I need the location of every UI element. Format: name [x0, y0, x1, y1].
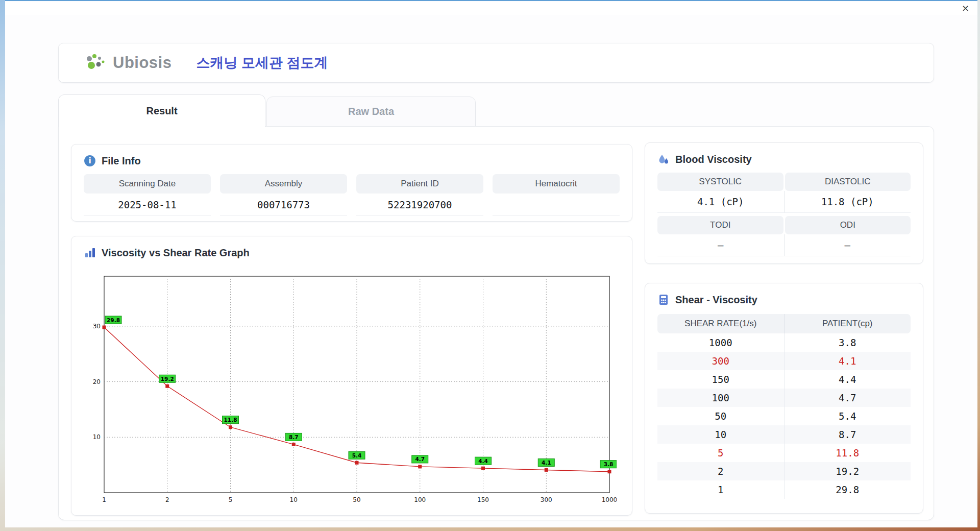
viscosity-graph-card: Viscosity vs Shear Rate Graph 1020301251…	[71, 236, 632, 516]
svg-text:5.4: 5.4	[352, 452, 362, 458]
field-value: 000716773	[220, 194, 347, 216]
bv-value-row: 4.1 (cP) 11.8 (cP)	[657, 191, 911, 213]
result-panel: i File Info Scanning Date 2025-08-11 Ass…	[58, 126, 934, 520]
file-info-fields: Scanning Date 2025-08-11 Assembly 000716…	[71, 173, 632, 216]
shear-table-header: SHEAR RATE(1/s) PATIENT(cp)	[657, 314, 911, 333]
info-icon: i	[84, 155, 96, 167]
field-label: Assembly	[220, 174, 347, 194]
window-titlebar: ×	[5, 2, 977, 15]
shear-rate-cell: 1	[657, 480, 784, 499]
bv-label-row: SYSTOLIC DIASTOLIC	[657, 173, 911, 191]
bv-value-row: – –	[657, 234, 911, 256]
field-label: Patient ID	[356, 174, 483, 194]
patient-cell: 3.8	[784, 333, 911, 352]
svg-text:1: 1	[102, 496, 106, 503]
viscosity-chart: 1020301251050100150300100029.819.211.88.…	[71, 265, 632, 508]
svg-text:4.4: 4.4	[478, 458, 488, 464]
droplets-icon	[657, 153, 670, 165]
svg-text:1000: 1000	[602, 496, 617, 503]
patient-cell: 19.2	[784, 462, 911, 480]
shear-viscosity-table: SHEAR RATE(1/s) PATIENT(cp) 10003.83004.…	[645, 312, 923, 499]
shear-viscosity-title: Shear - Viscosity	[675, 294, 757, 306]
svg-text:20: 20	[93, 378, 101, 385]
todi-value: –	[657, 234, 784, 256]
shear-rate-cell: 10	[657, 425, 784, 444]
close-icon[interactable]: ×	[962, 3, 969, 13]
blood-viscosity-header: Blood Viscosity	[645, 143, 923, 172]
svg-text:10: 10	[290, 496, 298, 503]
shear-rate-column-header: SHEAR RATE(1/s)	[657, 314, 784, 333]
field-scanning-date: Scanning Date 2025-08-11	[84, 174, 211, 216]
patient-column-header: PATIENT(cp)	[784, 314, 911, 333]
logo-dots-icon	[85, 53, 109, 73]
odi-value: –	[784, 234, 911, 256]
svg-text:10: 10	[93, 433, 101, 441]
shear-rate-cell: 150	[657, 370, 784, 389]
field-hematocrit: Hematocrit	[493, 174, 620, 216]
tab-result[interactable]: Result	[58, 94, 265, 127]
field-value: 52231920700	[356, 194, 483, 216]
field-assembly: Assembly 000716773	[220, 174, 347, 216]
bv-label-row: TODI ODI	[657, 216, 911, 234]
shear-viscosity-card: Shear - Viscosity SHEAR RATE(1/s) PATIEN…	[645, 283, 923, 514]
logo-text: Ubiosis	[113, 54, 172, 72]
tab-result-label: Result	[146, 105, 177, 117]
field-patient-id: Patient ID 52231920700	[356, 174, 483, 216]
systolic-value: 4.1 (cP)	[657, 191, 784, 212]
tab-raw-data-label: Raw Data	[348, 106, 394, 117]
svg-text:8.7: 8.7	[289, 434, 299, 440]
patient-cell: 4.4	[784, 370, 911, 389]
patient-cell: 4.1	[784, 352, 911, 370]
app-header: Ubiosis 스캐닝 모세관 점도계	[58, 43, 934, 83]
blood-viscosity-table: SYSTOLIC DIASTOLIC 4.1 (cP) 11.8 (cP) TO…	[645, 172, 923, 256]
field-label: Scanning Date	[84, 174, 211, 194]
patient-cell: 8.7	[784, 425, 911, 444]
field-label: Hematocrit	[493, 174, 620, 194]
shear-rate-cell: 100	[657, 389, 784, 407]
shear-table-body: 10003.83004.11504.41004.7505.4108.7511.8…	[657, 333, 911, 499]
table-row: 129.8	[657, 480, 911, 499]
calculator-icon	[657, 294, 670, 306]
svg-text:4.1: 4.1	[542, 460, 551, 466]
patient-cell: 11.8	[784, 444, 911, 462]
svg-text:4.7: 4.7	[415, 456, 425, 462]
patient-cell: 4.7	[784, 389, 911, 407]
svg-text:11.8: 11.8	[224, 417, 237, 423]
ubiosis-logo: Ubiosis	[85, 53, 172, 73]
shear-rate-cell: 1000	[657, 333, 784, 352]
odi-label: ODI	[785, 216, 911, 234]
svg-text:5: 5	[229, 496, 233, 503]
svg-text:29.8: 29.8	[107, 317, 120, 323]
systolic-label: SYSTOLIC	[657, 173, 783, 191]
shear-rate-cell: 300	[657, 352, 784, 370]
shear-rate-cell: 2	[657, 462, 784, 480]
svg-text:50: 50	[353, 496, 360, 503]
page-title: 스캐닝 모세관 점도계	[196, 54, 328, 72]
table-row: 1504.4	[657, 370, 911, 389]
blood-viscosity-title: Blood Viscosity	[675, 154, 752, 165]
table-row: 511.8	[657, 444, 911, 462]
table-row: 108.7	[657, 425, 911, 444]
svg-text:i: i	[88, 156, 91, 165]
viscosity-chart-svg: 1020301251050100150300100029.819.211.88.…	[86, 268, 617, 508]
todi-label: TODI	[657, 216, 783, 234]
svg-text:30: 30	[93, 323, 101, 330]
field-value	[493, 194, 620, 216]
table-row: 10003.8	[657, 333, 911, 352]
shear-viscosity-header: Shear - Viscosity	[645, 283, 923, 312]
file-info-card: i File Info Scanning Date 2025-08-11 Ass…	[71, 144, 632, 222]
graph-title: Viscosity vs Shear Rate Graph	[102, 247, 250, 259]
field-value: 2025-08-11	[84, 194, 211, 216]
svg-text:150: 150	[477, 496, 489, 503]
svg-text:19.2: 19.2	[161, 376, 174, 382]
patient-cell: 29.8	[784, 480, 911, 499]
svg-text:300: 300	[541, 496, 552, 503]
table-row: 3004.1	[657, 352, 911, 370]
tab-raw-data[interactable]: Raw Data	[266, 96, 476, 127]
table-row: 1004.7	[657, 389, 911, 407]
diastolic-label: DIASTOLIC	[785, 173, 911, 191]
svg-text:2: 2	[165, 496, 169, 503]
svg-text:100: 100	[414, 496, 426, 503]
blood-viscosity-card: Blood Viscosity SYSTOLIC DIASTOLIC 4.1 (…	[645, 142, 923, 264]
patient-cell: 5.4	[784, 407, 911, 425]
